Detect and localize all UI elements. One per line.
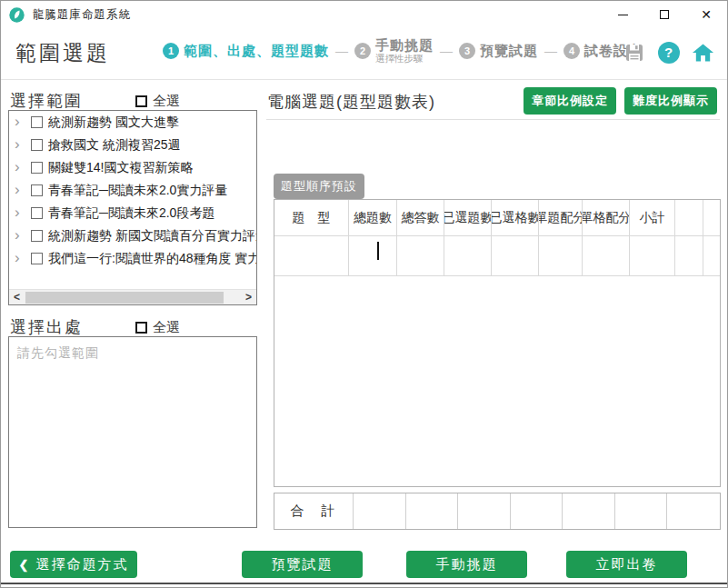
range-select-all[interactable]: 全選 [135,93,180,110]
title-bar: 龍騰題庫命題系統 ✕ [1,1,727,28]
cell-selected-blanks[interactable] [492,236,539,276]
step-2-manual-pick[interactable]: 2 手動挑題 選擇性步驟 [354,37,434,64]
minimize-icon [618,15,628,15]
col-header-selected-blanks: 已選格數 [492,200,539,236]
step-1-number: 1 [163,43,179,59]
col-header-selected-questions: 已選題數 [444,200,492,236]
right-panel-divider [266,119,720,120]
expand-chevron-icon[interactable]: › [15,204,27,220]
total-cell [406,493,459,529]
tree-item[interactable]: › 搶救國文 統測複習25週 [9,134,256,156]
app-window: 龍騰題庫命題系統 ✕ 範圍選題 1 範圍、出處、題型題數 — 2 手動挑題 選 [0,0,728,588]
close-button[interactable]: ✕ [685,1,727,28]
generate-paper-button[interactable]: 立即出卷 [566,551,687,578]
cell-empty[interactable] [703,236,720,276]
help-button[interactable]: ? [657,41,680,64]
tree-item-checkbox[interactable] [31,116,43,128]
difficulty-ratio-button[interactable]: 難度比例顯示 [624,87,717,115]
cell-empty[interactable] [675,236,703,276]
step-4-number: 4 [563,43,580,59]
expand-chevron-icon[interactable]: › [15,182,27,197]
minimize-button[interactable] [602,1,643,28]
step-1-label: 範圍、出處、題型題數 [184,43,329,58]
tree-item-label: 統測新趨勢 新國文閱讀百分百實力評量 [48,228,256,244]
cell-subtotal[interactable] [630,236,675,276]
tree-item-label: 我們這一行:閱讀世界的48種角度 實力評量 [48,251,256,267]
expand-chevron-icon[interactable]: › [15,114,27,129]
tree-item[interactable]: › 統測新趨勢 新國文閱讀百分百實力評量 [9,224,256,247]
tree-item[interactable]: › 統測新趨勢 國文大進擊 [9,111,256,134]
tree-item[interactable]: › 關鍵雙14!國文複習新策略 [9,156,256,179]
type-order-default-button[interactable]: 題型順序預設 [274,174,364,199]
tree-item-checkbox[interactable] [31,184,43,196]
tree-item[interactable]: › 青春筆記─閱讀未來2.0段考題 [9,202,256,224]
scroll-right-icon[interactable]: > [241,290,256,305]
wizard-header: 範圍選題 1 範圍、出處、題型題數 — 2 手動挑題 選擇性步驟 — 3 [1,28,727,79]
expand-chevron-icon[interactable]: › [15,136,27,152]
scroll-left-icon[interactable]: < [9,290,25,305]
cell-selected-questions[interactable] [444,236,492,276]
source-placeholder: 請先勾選範圍 [17,345,99,360]
expand-chevron-icon[interactable]: › [15,159,27,174]
home-icon [692,42,714,64]
step-2-label: 手動挑題 [375,37,434,53]
back-to-method-button[interactable]: ❮ 選擇命題方式 [10,551,137,578]
back-button-label: 選擇命題方式 [35,556,128,573]
tree-item-checkbox[interactable] [31,207,43,219]
expand-chevron-icon[interactable]: › [15,250,27,265]
expand-chevron-icon[interactable]: › [15,227,27,243]
step-3-label: 預覽試題 [480,43,538,58]
save-button[interactable] [623,41,645,64]
tree-item-label: 青春筆記─閱讀未來2.0段考題 [48,205,214,222]
tree-item-checkbox[interactable] [31,139,43,151]
cell-type[interactable] [274,236,349,276]
back-chevron-icon: ❮ [19,558,31,572]
step-dash: — [335,44,348,58]
tree-item[interactable]: › 青春筆記─閱讀未來2.0實力評量 [9,179,256,202]
cell-total-answers[interactable] [397,236,444,276]
scrollbar-thumb[interactable] [25,292,224,304]
tree-item-checkbox[interactable] [31,230,43,242]
tree-item-label: 關鍵雙14!國文複習新策略 [48,160,193,176]
col-header-points-per-question: 單題配分 [539,200,583,236]
help-icon: ? [664,45,673,60]
source-select-all-label: 全選 [153,319,180,336]
chapter-ratio-button[interactable]: 章節比例設定 [524,87,616,115]
col-header-total-answers: 總答數 [397,200,444,236]
tree-item-label: 搶救國文 統測複習25週 [48,137,180,154]
total-cell [354,493,406,529]
tree-item-checkbox[interactable] [31,162,43,174]
range-select-all-checkbox[interactable] [135,95,147,107]
step-2-number: 2 [354,43,371,59]
total-cell [615,493,668,529]
question-type-table: 題 型 總題數 總答數 已選題數 已選格數 單題配分 單格配分 小計 [274,199,721,487]
source-select-all-checkbox[interactable] [135,322,147,334]
step-2-sublabel: 選擇性步驟 [375,53,434,64]
step-3-preview[interactable]: 3 預覽試題 [459,43,538,59]
app-logo-icon [9,7,25,23]
col-header-empty [675,200,703,236]
total-row-table: 合 計 [274,493,721,530]
col-header-points-per-blank: 單格配分 [583,200,630,236]
tree-item-label: 青春筆記─閱讀未來2.0實力評量 [48,183,227,199]
home-button[interactable] [692,41,714,64]
col-header-subtotal: 小計 [630,200,675,236]
source-select-all[interactable]: 全選 [135,319,180,336]
manual-pick-button[interactable]: 手動挑題 [406,551,527,578]
cell-points-per-question[interactable] [539,236,583,276]
header-divider [1,79,727,80]
tree-item-checkbox[interactable] [31,253,43,264]
save-icon [623,42,645,64]
step-1-range[interactable]: 1 範圍、出處、題型題數 [163,43,329,59]
cell-total-questions[interactable] [349,236,397,276]
horizontal-scrollbar[interactable]: < > [9,289,256,304]
cell-points-per-blank[interactable] [583,236,630,276]
tree-item[interactable]: › 我們這一行:閱讀世界的48種角度 實力評量 [9,247,256,270]
total-cell [563,493,615,529]
step-3-number: 3 [459,43,475,59]
preview-questions-button[interactable]: 預覽試題 [242,551,363,578]
maximize-icon [660,10,669,19]
background-window-edge [1,583,727,584]
total-label: 合 計 [274,493,354,529]
maximize-button[interactable] [643,1,685,28]
